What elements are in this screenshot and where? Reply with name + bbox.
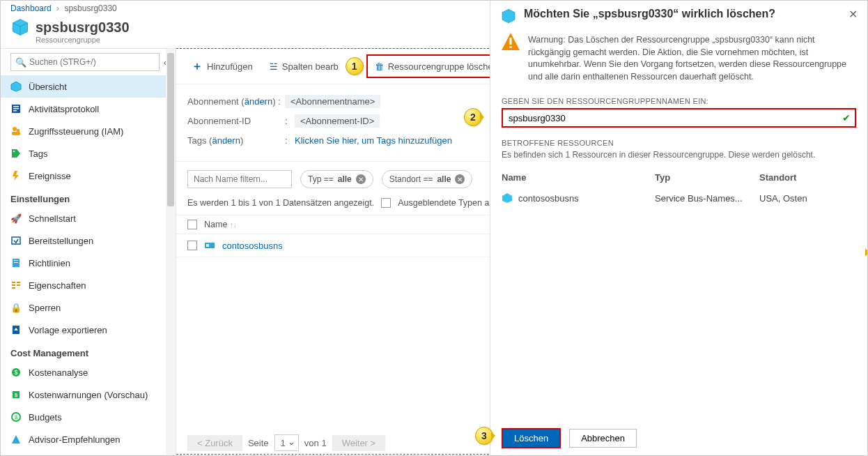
name-filter-input[interactable]	[187, 170, 292, 188]
sidebar-section-settings: Einstellungen	[1, 187, 176, 207]
sidebar-item-advisor[interactable]: Advisor-Empfehlungen	[1, 428, 176, 450]
budget-icon: $	[10, 411, 22, 423]
breadcrumb-root[interactable]: Dashboard	[10, 3, 52, 13]
page-title: spsbusrg0330	[36, 20, 130, 36]
svg-rect-32	[206, 244, 209, 247]
select-all-checkbox[interactable]	[187, 220, 197, 229]
edit-columns-button[interactable]: ☱Spalten bearb	[263, 56, 346, 77]
sidebar-item-quickstart[interactable]: 🚀Schnellstart	[1, 207, 176, 229]
svg-marker-12	[13, 171, 19, 181]
cube-icon	[10, 81, 22, 92]
edit-columns-label: Spalten bearb	[282, 61, 339, 72]
add-tags-link[interactable]: Klicken Sie hier, um Tags hinzuzufügen	[295, 135, 452, 146]
svg-rect-6	[13, 110, 17, 112]
location-filter-pill[interactable]: Standort == alle✕	[382, 170, 473, 188]
clear-icon[interactable]: ✕	[356, 174, 366, 184]
pager-back-button[interactable]: < Zurück	[187, 435, 242, 451]
svg-rect-16	[14, 262, 18, 263]
subscription-id-value: <Abonnement-ID>	[295, 114, 380, 128]
resource-location: USA, Osten	[759, 193, 856, 204]
svg-rect-18	[12, 284, 15, 286]
svg-text:$: $	[14, 369, 17, 376]
svg-rect-9	[12, 132, 20, 135]
svg-rect-20	[17, 282, 20, 283]
sidebar-section-cost: Cost Management	[1, 341, 176, 361]
sidebar-item-label: Schnellstart	[29, 213, 76, 224]
sidebar-item-label: Ereignisse	[29, 171, 71, 181]
sidebar-item-export-template[interactable]: Vorlage exportieren	[1, 319, 176, 341]
svg-rect-5	[13, 108, 19, 109]
rocket-icon: 🚀	[10, 213, 22, 224]
record-count-text: Es werden 1 bis 1 von 1 Datensätzen ange…	[187, 198, 374, 208]
hidden-types-label: Ausgeblendete Typen a	[398, 198, 489, 208]
sidebar-item-tags[interactable]: Tags	[1, 142, 176, 165]
subscription-label: Abonnement	[187, 96, 239, 107]
search-input[interactable]	[29, 57, 155, 67]
delete-resource-group-button[interactable]: 🗑 Ressourcengruppe löschen	[369, 56, 504, 77]
svg-rect-21	[17, 284, 20, 286]
change-subscription-link[interactable]: ändern	[245, 96, 272, 107]
column-name-header[interactable]: Name ↑↓	[204, 220, 237, 229]
resource-name: contososbusns	[518, 193, 579, 204]
pager-next-button[interactable]: Weiter >	[332, 435, 386, 451]
hidden-types-checkbox[interactable]	[381, 198, 391, 208]
change-tags-link[interactable]: ändern	[212, 135, 240, 146]
tag-icon	[10, 148, 22, 159]
svg-rect-19	[12, 287, 15, 289]
resource-group-icon	[10, 17, 30, 37]
svg-text:$: $	[15, 392, 18, 398]
tags-label: Tags	[187, 135, 206, 146]
sidebar-item-label: Sperren	[29, 303, 61, 313]
trash-icon: 🗑	[375, 61, 384, 72]
delete-button[interactable]: Löschen	[502, 428, 561, 448]
col-name-header: Name	[502, 172, 655, 183]
search-icon: 🔍	[15, 57, 26, 68]
sidebar-item-label: Budgets	[29, 412, 62, 423]
sidebar-item-properties[interactable]: Eigenschaften	[1, 274, 176, 296]
sidebar-search[interactable]: 🔍	[10, 53, 160, 71]
sidebar-item-label: Übersicht	[29, 82, 67, 92]
service-bus-icon	[502, 192, 513, 204]
svg-marker-33	[502, 9, 515, 23]
sidebar-item-deployments[interactable]: Bereitstellungen	[1, 229, 176, 252]
sidebar-item-locks[interactable]: 🔒Sperren	[1, 296, 176, 319]
sidebar-item-events[interactable]: Ereignisse	[1, 165, 176, 187]
resource-type: Service Bus-Names...	[655, 193, 759, 204]
sidebar-item-label: Bereitstellungen	[29, 236, 93, 246]
add-button-label: Hinzufügen	[207, 61, 253, 72]
confirm-name-input[interactable]	[502, 108, 856, 128]
sidebar-item-label: Richtlinien	[29, 258, 70, 268]
sidebar-item-label: Kostenanalyse	[29, 367, 88, 378]
properties-icon	[10, 280, 22, 291]
pager-page-select[interactable]: 1	[274, 434, 299, 451]
check-icon: ✔	[842, 112, 851, 123]
pager: < Zurück Seite 1 von 1 Weiter >	[187, 434, 385, 451]
sidebar-item-activity-log[interactable]: Aktivitätsprotokoll	[1, 98, 176, 120]
subscription-id-label: Abonnement-ID	[187, 116, 285, 126]
svg-rect-4	[13, 106, 19, 107]
confirm-input-label: GEBEN SIE DEN RESSOURCENGRUPPENNAMEN EIN…	[490, 91, 867, 108]
delete-resource-group-highlight: 🗑 Ressourcengruppe löschen	[366, 54, 506, 78]
sidebar-item-overview[interactable]: Übersicht	[1, 75, 176, 98]
row-checkbox[interactable]	[187, 241, 197, 250]
type-filter-pill[interactable]: Typ == alle✕	[300, 170, 373, 188]
sidebar-item-policies[interactable]: Richtlinien	[1, 252, 176, 274]
close-icon[interactable]: ✕	[848, 8, 858, 21]
sidebar-item-cost-alerts[interactable]: $Kostenwarnungen (Vorschau)	[1, 383, 176, 406]
sidebar-item-label: Tags	[29, 149, 47, 159]
sidebar-item-cost-analysis[interactable]: $Kostenanalyse	[1, 361, 176, 383]
svg-marker-37	[502, 193, 512, 203]
pager-of-label: von 1	[304, 438, 327, 448]
svg-point-8	[17, 129, 20, 132]
sidebar-item-budgets[interactable]: $Budgets	[1, 406, 176, 428]
sidebar-item-label: Advisor-Empfehlungen	[29, 434, 121, 445]
callout-1: 1	[346, 57, 364, 75]
resource-link[interactable]: contososbusns	[222, 241, 283, 251]
add-button[interactable]: ＋Hinzufügen	[185, 56, 260, 77]
clear-icon[interactable]: ✕	[455, 174, 465, 184]
cancel-button[interactable]: Abbrechen	[569, 429, 637, 448]
warning-text: Warnung: Das Löschen der Ressourcengrupp…	[528, 34, 856, 83]
svg-point-11	[13, 151, 15, 152]
scrollbar[interactable]	[166, 49, 176, 455]
sidebar-item-iam[interactable]: Zugriffssteuerung (IAM)	[1, 120, 176, 142]
